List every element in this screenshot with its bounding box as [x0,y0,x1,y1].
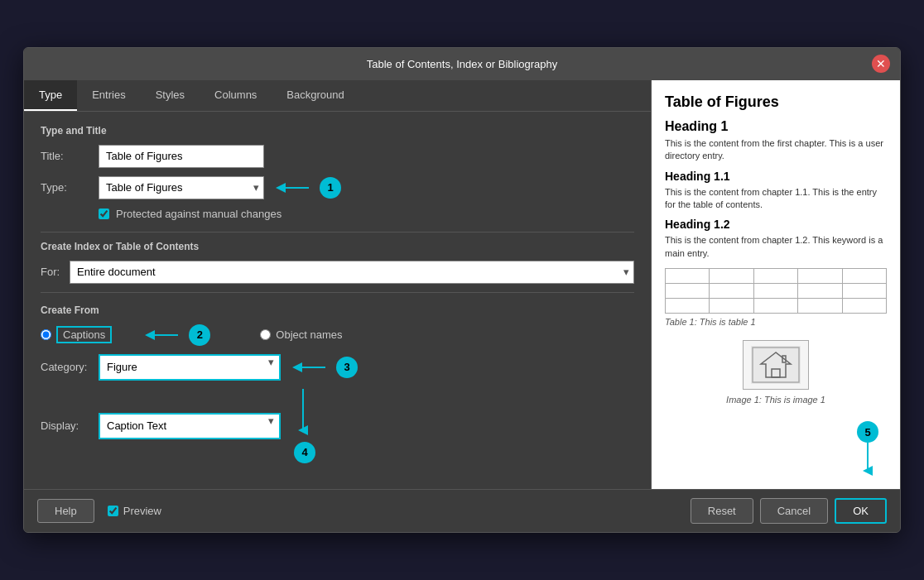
preview-heading1: Heading 1 [665,119,887,134]
title-label: Title: [41,150,99,162]
tab-styles[interactable]: Styles [141,80,200,111]
dialog: Table of Contents, Index or Bibliography… [23,47,901,533]
annotation-4-group: 4 [291,389,315,463]
annotation-3-group: 3 [291,357,358,378]
preview-image [743,340,809,390]
preview-heading1-1: Heading 1.1 [665,170,887,183]
display-label: Display: [41,419,99,432]
for-label: For: [41,266,70,278]
annotation-1-group: 1 [274,177,341,199]
create-from-section: Create From Captions [41,304,634,463]
category-input-box: Figure Table Text ▾ [99,354,281,381]
annotation-5-arrow-icon [859,443,876,476]
form-area: Type and Title Title: Type: Table of Fig… [24,112,651,485]
captions-label: Captions [63,328,105,341]
title-input[interactable] [99,145,264,168]
object-names-radio[interactable] [260,329,271,340]
title-bar: Table of Contents, Index or Bibliography… [24,48,900,80]
for-row: For: Entire document Current section ▾ [41,261,634,284]
radio-row: Captions [41,324,634,346]
annotation-bubble-4: 4 [294,442,315,463]
annotation-2-group: 2 [143,324,210,346]
preview-checkbox[interactable] [108,506,118,516]
cancel-button[interactable]: Cancel [760,498,828,524]
annotation-5-group: 5 [665,421,887,476]
svg-rect-4 [751,346,801,384]
annotation-bubble-3: 3 [336,357,358,378]
create-from-label: Create From [41,304,634,316]
display-select[interactable]: Caption Text Caption Number Caption Numb… [100,415,279,438]
protected-checkbox[interactable] [99,209,109,219]
type-select[interactable]: Table of Figures Table of Contents Alpha… [99,176,264,199]
annotation-1-arrow-icon [274,180,320,196]
annotation-bubble-5: 5 [857,421,878,443]
preview-image-house-icon [751,346,801,384]
display-input-box: Caption Text Caption Number Caption Numb… [99,413,281,439]
dialog-title: Table of Contents, Index or Bibliography [367,58,558,70]
preview-table [665,268,887,314]
title-row: Title: [41,145,634,168]
help-button[interactable]: Help [37,499,94,523]
for-select[interactable]: Entire document Current section [70,261,634,284]
captions-option: Captions [41,326,112,343]
annotation-bubble-1: 1 [320,177,341,199]
tab-columns[interactable]: Columns [200,80,272,111]
preview-checkbox-group: Preview [108,505,161,517]
captions-label-box: Captions [56,326,112,343]
protected-checkbox-row: Protected against manual changes [99,208,634,220]
annotation-bubble-2: 2 [189,324,210,346]
annotation-4-arrow-icon [291,389,315,439]
category-label: Category: [41,361,99,373]
captions-radio[interactable] [41,329,51,340]
protected-label: Protected against manual changes [116,208,282,220]
ok-button[interactable]: OK [835,498,887,524]
close-button[interactable]: ✕ [872,55,890,73]
preview-image-caption: Image 1: This is image 1 [726,395,825,405]
type-label: Type: [41,181,99,194]
tabs: Type Entries Styles Columns Background [24,80,651,112]
preview-label: Preview [123,505,161,517]
tab-type[interactable]: Type [24,80,77,111]
annotation-2-arrow-icon [143,327,189,343]
preview-heading1-2: Heading 1.2 [665,218,887,231]
category-row: Category: Figure Table Text ▾ [41,354,634,381]
preview-table-caption: Table 1: This is table 1 [665,317,887,327]
preview-heading1-1-text: This is the content from chapter 1.1. Th… [665,186,887,212]
dialog-body: Type Entries Styles Columns Background T… [24,80,900,489]
close-icon: ✕ [876,57,886,70]
tab-background[interactable]: Background [272,80,359,111]
annotation-3-arrow-icon [291,359,336,376]
right-panel: Table of Figures Heading 1 This is the c… [652,80,900,489]
tab-entries[interactable]: Entries [77,80,140,111]
reset-button[interactable]: Reset [691,498,753,524]
footer-right: Reset Cancel OK [691,498,887,524]
footer-left: Help Preview [37,499,161,523]
object-names-label: Object names [276,328,342,341]
display-row: Display: Caption Text Caption Number Cap… [41,389,634,463]
left-panel: Type Entries Styles Columns Background T… [24,80,652,489]
object-names-option: Object names [260,328,342,341]
category-select[interactable]: Figure Table Text [100,356,279,379]
preview-image-container: Image 1: This is image 1 [665,335,887,405]
create-index-label: Create Index or Table of Contents [41,241,634,252]
type-row: Type: Table of Figures Table of Contents… [41,176,634,199]
preview-main-title: Table of Figures [665,93,887,111]
type-title-section-label: Type and Title [41,125,634,137]
preview-heading1-text: This is the content from the first chapt… [665,137,887,163]
footer: Help Preview Reset Cancel OK [24,489,900,532]
preview-heading1-2-text: This is the content from chapter 1.2. Th… [665,234,887,260]
